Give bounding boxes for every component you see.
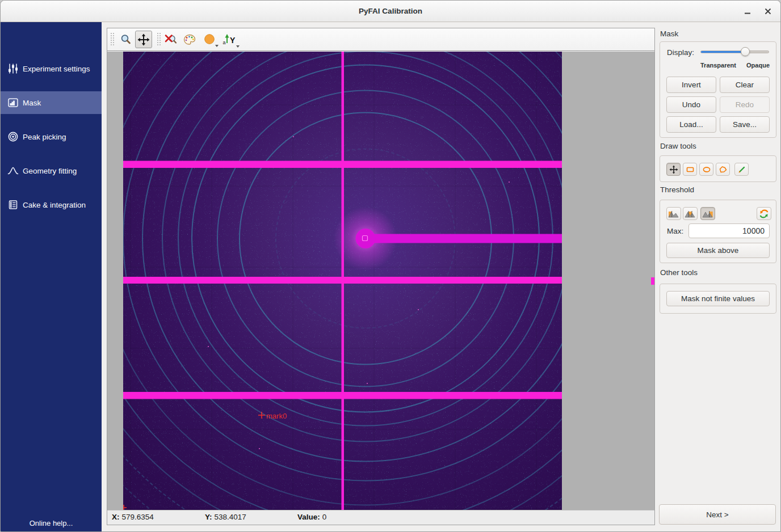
pan-tool-button[interactable]: [135, 31, 152, 48]
rectangle-tool-icon: [686, 165, 695, 174]
sidebar-item-label: Cake & integration: [23, 201, 86, 209]
sidebar-item-peak-picking[interactable]: Peak picking: [1, 125, 102, 148]
other-tools-section-title: Other tools: [660, 268, 698, 277]
mask-above-icon: [702, 210, 713, 218]
threshold-section-title: Threshold: [660, 185, 694, 194]
window-title: PyFAI Calibration: [1, 1, 780, 22]
svg-text:mark0: mark0: [266, 412, 287, 420]
close-button[interactable]: [762, 6, 774, 17]
mask-above-button[interactable]: Mask above: [666, 243, 770, 258]
mask-above-mode-button[interactable]: [700, 207, 715, 220]
online-help-link[interactable]: Online help...: [1, 519, 102, 527]
refresh-icon: [759, 209, 769, 219]
toolbar-grip-handle[interactable]: [111, 33, 115, 47]
sliders-icon: [7, 62, 19, 75]
plot-canvas[interactable]: mark0: [107, 52, 654, 510]
statusbar-y: Y:538.4017: [205, 513, 246, 521]
zoom-reset-button[interactable]: [163, 31, 180, 48]
mask-icon: [7, 96, 19, 109]
draw-rectangle-tool-button[interactable]: [683, 163, 697, 176]
mask-display-slider[interactable]: [700, 47, 769, 56]
opaque-label: Opaque: [746, 62, 770, 69]
sidebar-item-experiment-settings[interactable]: Experiment settings: [1, 57, 102, 80]
mask-not-finite-button[interactable]: Mask not finite values: [666, 291, 770, 306]
undo-button[interactable]: Undo: [666, 96, 716, 113]
mask-circle-tool-button[interactable]: [203, 31, 217, 48]
axis-orientation-icon: a Y: [222, 33, 237, 47]
dropdown-caret-icon: [215, 45, 219, 47]
mask-group-box: Display: Transparent Opaque Invert Clear…: [660, 41, 776, 138]
sidebar-item-cake-integration[interactable]: Cake & integration: [1, 193, 102, 216]
sidebar-item-label: Peak picking: [23, 133, 66, 141]
target-icon: [7, 130, 19, 143]
draw-polygon-tool-button[interactable]: [716, 163, 730, 176]
threshold-group-box: Max: Mask above: [660, 200, 776, 263]
minimize-button[interactable]: [742, 6, 753, 17]
draw-pencil-tool-button[interactable]: [734, 163, 749, 176]
invert-button[interactable]: Invert: [666, 77, 716, 93]
sidebar-item-label: Geometry fitting: [23, 167, 77, 175]
statusbar-x: X:579.6354: [112, 513, 154, 521]
toolbar-grip-handle[interactable]: [157, 33, 161, 47]
mask-between-icon: [685, 210, 696, 218]
polygon-tool-icon: [719, 165, 728, 174]
svg-text:a: a: [223, 40, 226, 45]
svg-text:Y: Y: [230, 35, 236, 44]
app-window: PyFAI Calibration Experiment settings Ma…: [0, 0, 781, 532]
mask-section-title: Mask: [660, 29, 678, 38]
plot-toolbar: a Y: [107, 28, 654, 51]
plot-statusbar: X:579.6354 Y:538.4017 Value:0: [107, 510, 654, 525]
mask-edge-fragment: [651, 277, 654, 285]
pan-tool-icon: [669, 165, 678, 174]
pan-tool-icon: [137, 33, 150, 46]
mask-below-mode-button[interactable]: [666, 207, 681, 220]
axis-orientation-button[interactable]: a Y: [221, 31, 239, 48]
transparent-label: Transparent: [700, 62, 736, 69]
dropdown-caret-icon: [236, 45, 240, 48]
zoom-reset-icon: [165, 33, 178, 46]
titlebar: PyFAI Calibration: [1, 1, 780, 22]
sidebar-item-mask[interactable]: Mask: [1, 91, 102, 114]
other-tools-group-box: Mask not finite values: [660, 284, 776, 314]
document-lines-icon: [7, 199, 19, 211]
zoom-tool-icon: [120, 33, 132, 46]
sidebar-item-label: Experiment settings: [23, 65, 90, 73]
sidebar-item-geometry-fitting[interactable]: Geometry fitting: [1, 159, 102, 182]
minimize-icon: [744, 8, 751, 15]
load-button[interactable]: Load...: [666, 116, 716, 133]
statusbar-value: Value:0: [297, 513, 326, 521]
mask-between-mode-button[interactable]: [683, 207, 698, 220]
diffraction-image[interactable]: mark0: [123, 52, 562, 510]
slider-fill: [701, 51, 746, 53]
peak-curve-icon: [7, 164, 19, 177]
display-label: Display:: [667, 48, 694, 57]
draw-tools-section-title: Draw tools: [660, 142, 696, 150]
next-button[interactable]: Next >: [659, 504, 776, 525]
threshold-refresh-button[interactable]: [757, 207, 771, 220]
threshold-max-input[interactable]: [688, 223, 770, 238]
sidebar-item-label: Mask: [23, 99, 41, 107]
max-label: Max:: [667, 227, 683, 235]
mask-circle-icon: [204, 33, 216, 46]
slider-handle[interactable]: [741, 47, 750, 56]
plot-widget: a Y: [107, 28, 655, 525]
slider-tick-labels: Transparent Opaque: [700, 62, 770, 69]
draw-ellipse-tool-button[interactable]: [699, 163, 713, 176]
redo-button[interactable]: Redo: [720, 96, 770, 113]
mask-below-icon: [668, 210, 679, 218]
zoom-tool-button[interactable]: [117, 31, 135, 48]
close-icon: [765, 8, 771, 15]
slider-track[interactable]: [700, 50, 769, 53]
sidebar: Experiment settings Mask Peak picking Ge…: [1, 22, 102, 532]
ellipse-tool-icon: [702, 165, 711, 174]
draw-tools-group-box: [660, 155, 776, 182]
colormap-palette-icon: [183, 33, 196, 46]
clear-button[interactable]: Clear: [720, 77, 770, 93]
colormap-palette-button[interactable]: [181, 31, 198, 48]
save-button[interactable]: Save...: [720, 116, 770, 133]
pencil-tool-icon: [737, 165, 746, 174]
draw-pan-tool-button[interactable]: [666, 163, 681, 176]
